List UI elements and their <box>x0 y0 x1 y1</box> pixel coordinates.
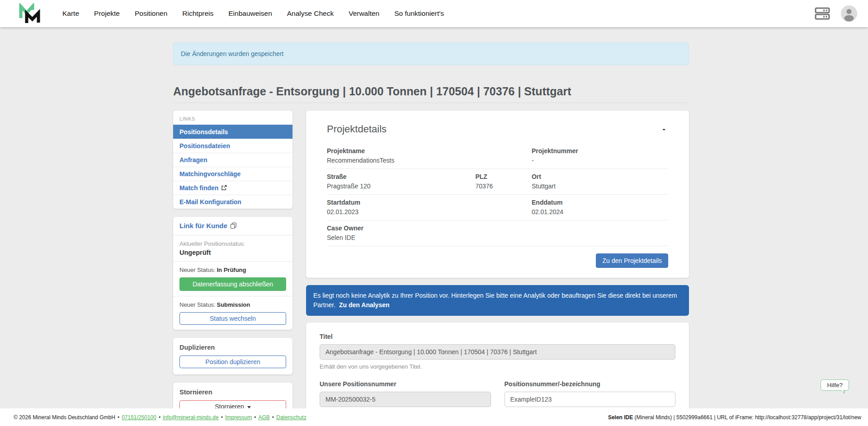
footer-separator: • <box>272 414 274 421</box>
nav-item-positionen[interactable]: Positionen <box>135 9 167 18</box>
field-ort: Ort Stuttgart <box>532 173 668 190</box>
help-button[interactable]: Hilfe? <box>821 379 849 391</box>
our-number-label: Unsere Positionsnummer <box>320 380 491 388</box>
sidebar-item-anfragen[interactable]: Anfragen <box>173 153 292 167</box>
field-value: RecommendationsTests <box>327 157 532 164</box>
field-label: Enddatum <box>532 199 668 206</box>
duplicate-position-button[interactable]: Position duplizieren <box>179 356 286 368</box>
sidebar-item-label: E-Mail Konfiguration <box>179 198 241 206</box>
field-label: Projektnummer <box>532 147 668 154</box>
detail-row-dates: Startdatum 02.01.2023 Enddatum 02.01.202… <box>327 195 668 220</box>
footer-separator: • <box>118 414 119 421</box>
sidebar-item-label: Match finden <box>179 184 218 192</box>
nav-item-einbauweisen[interactable]: Einbauweisen <box>228 9 272 18</box>
footer-link-email[interactable]: info@mineral-minds.de <box>163 414 219 421</box>
collapse-icon[interactable]: - <box>660 123 668 134</box>
customer-link-label: Link für Kunde <box>179 222 227 229</box>
footer-user-name: Selen IDE <box>608 414 633 421</box>
sidebar-item-label: Positionsdetails <box>179 128 228 136</box>
footer-session-details: (Mineral Minds) | 5502999a6661 | URL of … <box>633 414 861 421</box>
project-details-card: Projektdetails - Projektname Recommendat… <box>306 111 689 278</box>
cancel-card-title: Stornieren <box>179 389 286 396</box>
sidebar-item-positionsdetails[interactable]: Positionsdetails <box>173 125 292 139</box>
current-status-label: Aktueller Positionsstatus: <box>179 240 286 247</box>
position-number-input[interactable] <box>505 392 676 407</box>
footer-copyright: © 2026 Mineral Minds Deutschland GmbH <box>14 414 115 421</box>
detail-row-address: Straße Pragstraße 120 PLZ 70376 Ort Stut… <box>327 169 668 195</box>
new-status-line-1: Neuer Status:In Prüfung <box>179 267 286 273</box>
field-strasse: Straße Pragstraße 120 <box>327 173 475 190</box>
position-number-label: Positionsnummer/-bezeichnung <box>505 380 676 388</box>
customer-link-row: Link für Kunde <box>173 217 292 235</box>
top-navbar: Karte Projekte Positionen Richtpreis Ein… <box>0 0 868 27</box>
field-label: Case Owner <box>327 225 668 232</box>
current-status-row: Aktueller Positionsstatus: Ungeprüft <box>173 235 292 261</box>
field-plz: PLZ 70376 <box>475 173 532 190</box>
nav-item-so-funktionierts[interactable]: So funktioniert's <box>394 9 444 18</box>
go-to-project-details-button[interactable]: Zu den Projektdetails <box>596 253 668 268</box>
sidebar-item-match-finden[interactable]: Match finden <box>173 181 292 195</box>
new-status-value: Submission <box>217 301 250 308</box>
links-card-header: LINKS <box>173 112 292 125</box>
footer-link-impressum[interactable]: Impressum <box>225 414 252 421</box>
links-card: LINKS Positionsdetails Positionsdateien … <box>173 111 292 209</box>
sidebar-item-label: Anfragen <box>179 156 207 164</box>
field-value: Stuttgart <box>532 183 668 190</box>
footer-link-datenschutz[interactable]: Datenschutz <box>276 414 307 421</box>
footer-left: © 2026 Mineral Minds Deutschland GmbH • … <box>14 414 307 421</box>
new-status-label: Neuer Status: <box>179 301 216 308</box>
external-link-icon <box>221 185 227 191</box>
complete-data-entry-button[interactable]: Datenerfassung abschließen <box>179 277 286 291</box>
titel-help-text: Erhält den von uns vorgegebenen Titel. <box>320 363 675 370</box>
project-details-title: Projektdetails <box>327 123 387 135</box>
caret-down-icon <box>247 406 251 408</box>
content-grid: LINKS Positionsdetails Positionsdateien … <box>173 111 689 426</box>
footer-separator: • <box>221 414 223 421</box>
switch-status-button[interactable]: Status wechseln <box>179 312 286 325</box>
field-label: Startdatum <box>327 199 532 206</box>
field-value: 02.01.2024 <box>532 208 668 215</box>
new-status-value: In Prüfung <box>217 267 246 273</box>
new-status-line-2: Neuer Status:Submission <box>179 301 286 308</box>
field-case-owner: Case Owner Selen IDE <box>327 225 668 241</box>
titel-label: Titel <box>320 333 675 340</box>
sidebar-item-matchingvorschlaege[interactable]: Matchingvorschläge <box>173 167 292 181</box>
navbar-right <box>815 5 857 22</box>
our-number-input <box>320 392 491 407</box>
status-card: Link für Kunde Aktueller Positionsstatus… <box>173 217 292 330</box>
server-stack-icon[interactable] <box>815 7 830 20</box>
sidebar-item-positionsdateien[interactable]: Positionsdateien <box>173 139 292 153</box>
project-details-header: Projektdetails - <box>327 123 668 135</box>
footer-link-agb[interactable]: AGB <box>258 414 269 421</box>
go-to-analyses-link[interactable]: Zu den Analysen <box>339 301 390 309</box>
sidebar: LINKS Positionsdetails Positionsdateien … <box>173 111 292 426</box>
nav-item-projekte[interactable]: Projekte <box>94 9 120 18</box>
field-enddatum: Enddatum 02.01.2024 <box>532 199 668 215</box>
nav-item-richtpreis[interactable]: Richtpreis <box>182 9 213 18</box>
field-label: Straße <box>327 173 475 180</box>
page-title: Angebotsanfrage - Entsorgung | 10.000 To… <box>173 85 689 103</box>
field-value: 70376 <box>475 183 532 190</box>
sidebar-item-label: Positionsdateien <box>179 142 230 150</box>
field-value: - <box>532 157 668 164</box>
titel-input <box>320 344 675 360</box>
project-actions: Zu den Projektdetails <box>327 246 668 268</box>
user-avatar-icon[interactable] <box>841 5 857 22</box>
main-column: Projektdetails - Projektname Recommendat… <box>306 111 689 426</box>
analytics-banner: Es liegt noch keine Analytik zu Ihrer Po… <box>306 285 689 316</box>
nav-item-karte[interactable]: Karte <box>62 9 79 18</box>
field-label: Ort <box>532 173 668 180</box>
nav-item-verwalten[interactable]: Verwalten <box>349 9 379 18</box>
duplicate-card-title: Duplizieren <box>179 344 286 351</box>
sidebar-item-label: Matchingvorschläge <box>179 170 241 178</box>
customer-link[interactable]: Link für Kunde <box>179 222 237 229</box>
field-startdatum: Startdatum 02.01.2023 <box>327 199 532 215</box>
field-value: Selen IDE <box>327 234 668 241</box>
sidebar-item-email-konfiguration[interactable]: E-Mail Konfiguration <box>173 195 292 209</box>
field-label: Projektname <box>327 147 532 154</box>
detail-row-owner: Case Owner Selen IDE <box>327 220 668 246</box>
footer-link-phone[interactable]: 07151/250100 <box>122 414 156 421</box>
nav-item-analyse-check[interactable]: Analyse Check <box>287 9 334 18</box>
duplicate-card: Duplizieren Position duplizieren <box>173 338 292 375</box>
mineral-minds-logo[interactable] <box>18 3 42 24</box>
